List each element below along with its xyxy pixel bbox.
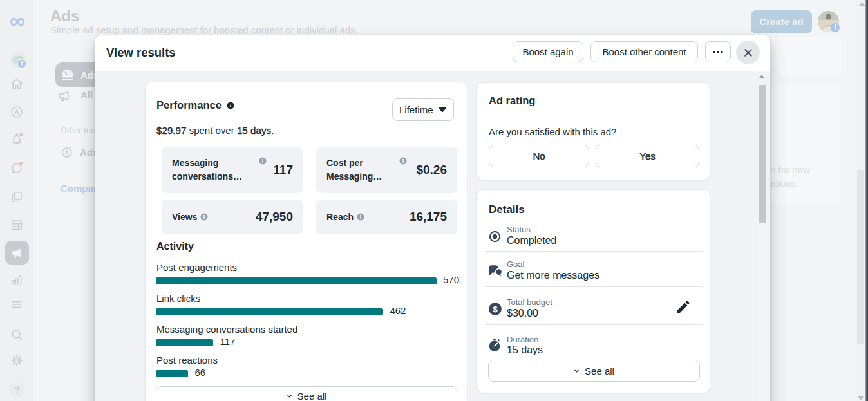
boost-other-content-button[interactable]: Boost other content <box>590 41 698 62</box>
activity-row-value: 66 <box>194 367 205 378</box>
metric-tile: Reach 16,175 <box>316 200 457 234</box>
dropdown-triangle-icon <box>439 107 446 112</box>
details-heading: Details <box>489 203 525 216</box>
page-subtitle: Simple ad setup and management for boost… <box>50 24 358 35</box>
view-results-modal: View results Boost again Boost other con… <box>95 35 770 401</box>
window-edge <box>865 0 868 401</box>
metric-label: Messaging conversations… <box>172 156 256 183</box>
activity-row-value: 570 <box>443 274 459 285</box>
left-rail: f <box>0 0 33 401</box>
detail-label: Status <box>507 225 531 234</box>
spend-summary: $29.97 spent over 15 days. <box>156 125 274 136</box>
detail-value: $30.00 <box>507 308 538 319</box>
insights-chart-icon[interactable] <box>10 273 24 287</box>
chevron-down-icon <box>287 393 292 399</box>
activity-bar <box>156 370 188 378</box>
detail-value: 15 days <box>507 344 543 356</box>
page-scrollbar-thumb[interactable] <box>857 170 864 344</box>
home-icon[interactable] <box>10 77 24 91</box>
info-icon[interactable] <box>357 213 364 221</box>
date-range-value: Lifetime <box>399 104 433 115</box>
more-options-button[interactable] <box>705 41 731 62</box>
activity-bar <box>156 308 383 316</box>
metric-label: Reach <box>326 210 354 224</box>
ellipsis-icon <box>713 51 723 53</box>
rating-no-button[interactable]: No <box>489 145 589 167</box>
info-icon[interactable] <box>259 157 267 165</box>
date-range-selector[interactable]: Lifetime <box>392 98 454 121</box>
billing-icon[interactable] <box>10 218 24 232</box>
metric-tile: Messaging conversations… 117 <box>162 147 303 193</box>
ads-tool-selected[interactable] <box>5 241 29 265</box>
background-card: n for new ations. <box>769 85 840 205</box>
search-icon[interactable] <box>10 328 24 342</box>
megaphone-icon <box>57 89 71 103</box>
meta-logo-icon[interactable] <box>6 14 28 30</box>
activity-bar <box>156 339 213 347</box>
budget-dollar-icon: $ <box>488 302 502 316</box>
page-title: Ads <box>50 7 79 25</box>
activity-bar <box>156 277 437 285</box>
background-card <box>776 37 842 76</box>
info-icon[interactable] <box>399 157 407 165</box>
activity-row-value: 117 <box>220 336 235 347</box>
detail-label: Total budget <box>507 297 552 307</box>
settings-gear-icon[interactable] <box>10 353 24 368</box>
scroll-down-arrow-icon[interactable] <box>858 396 864 400</box>
activity-row-value: 462 <box>390 305 406 316</box>
metric-label: Views <box>172 210 197 224</box>
create-ad-button[interactable]: Create ad <box>751 10 812 33</box>
facebook-badge-icon: f <box>18 60 26 68</box>
svg-text:$: $ <box>493 304 497 314</box>
boost-again-button[interactable]: Boost again <box>513 41 583 62</box>
divider <box>485 286 703 287</box>
activity-row-label: Link clicks <box>156 293 200 304</box>
facebook-badge-icon: f <box>831 23 840 32</box>
detail-label: Goal <box>507 259 524 269</box>
ad-rating-card: Ad rating Are you satisfied with this ad… <box>476 82 710 180</box>
ad-rating-heading: Ad rating <box>489 95 535 107</box>
see-all-label: See all <box>585 366 614 377</box>
see-all-label: See all <box>297 391 327 401</box>
rating-yes-button[interactable]: Yes <box>596 145 699 167</box>
ads-report-icon <box>61 146 73 159</box>
ads-center-icon[interactable] <box>10 105 24 119</box>
screen: f <box>0 0 868 401</box>
background-text: ations. <box>770 178 798 189</box>
metric-value: 47,950 <box>256 210 293 224</box>
metric-label: Cost per Messaging… <box>326 156 396 183</box>
menu-icon[interactable] <box>10 297 24 312</box>
detail-value: Get more messages <box>507 270 599 281</box>
metric-value: $0.26 <box>416 163 447 177</box>
performance-card: Performance Lifetime $29.97 spent over 1… <box>145 82 467 401</box>
info-icon[interactable] <box>200 213 208 221</box>
info-icon[interactable] <box>227 102 234 109</box>
modal-scrollbar-thumb[interactable] <box>759 85 766 223</box>
modal-body: Performance Lifetime $29.97 spent over 1… <box>95 71 770 401</box>
scroll-up-arrow-icon[interactable] <box>759 75 764 78</box>
activity-row-label: Post reactions <box>156 355 218 366</box>
goal-chat-icon <box>487 263 503 278</box>
metric-value: 117 <box>273 163 293 177</box>
divider <box>485 251 703 252</box>
metric-tile: Cost per Messaging… $0.26 <box>316 147 457 193</box>
messages-icon[interactable] <box>10 161 24 175</box>
metric-tile: Views 47,950 <box>162 200 303 234</box>
see-all-details-button[interactable]: See all <box>488 360 700 382</box>
background-text: n for new <box>770 164 810 175</box>
edit-pencil-icon[interactable] <box>675 299 692 315</box>
notifications-bell-icon[interactable] <box>10 133 24 147</box>
performance-heading: Performance <box>156 99 222 111</box>
activity-row-label: Messaging conversations started <box>156 324 297 335</box>
close-icon <box>742 47 754 59</box>
detail-label: Duration <box>507 335 538 344</box>
activity-heading: Activity <box>156 241 194 252</box>
close-button[interactable] <box>736 41 760 64</box>
content-pages-icon[interactable] <box>10 190 24 204</box>
spend-amount: $29.97 <box>156 125 186 136</box>
see-all-activity-button[interactable]: See all <box>156 386 457 401</box>
help-icon[interactable]: ? <box>9 382 24 398</box>
ad-rating-question: Are you satisfied with this ad? <box>489 126 616 137</box>
spend-duration: 15 days. <box>237 125 274 136</box>
modal-title: View results <box>106 46 176 60</box>
